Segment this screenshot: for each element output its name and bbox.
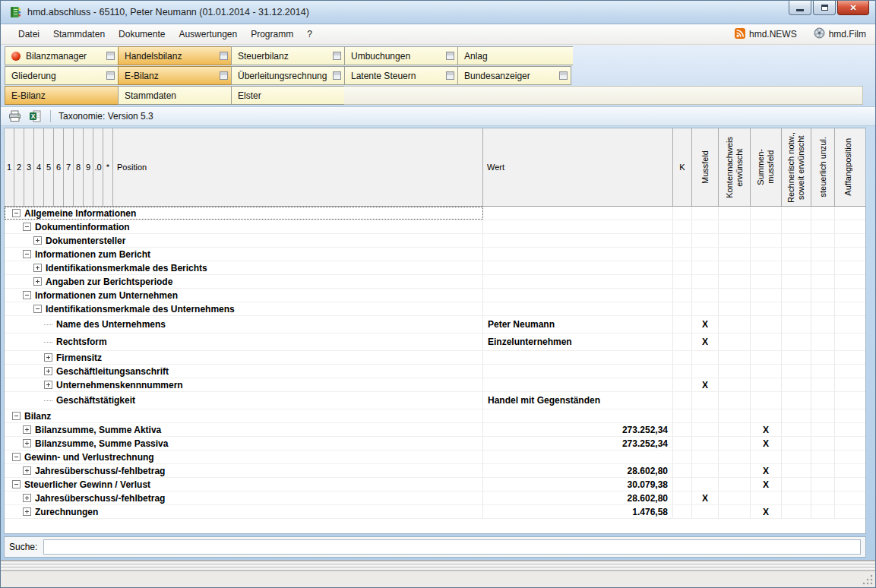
tab-umbuchungen[interactable]: Umbuchungen xyxy=(344,46,458,65)
detach-icon[interactable] xyxy=(333,71,341,80)
expand-icon[interactable] xyxy=(23,494,31,502)
wert-cell[interactable]: 28.602,80 xyxy=(483,492,673,504)
tab-bundesanzeiger[interactable]: Bundesanzeiger xyxy=(457,66,571,85)
wert-cell[interactable]: 28.602,80 xyxy=(483,464,673,477)
level-column-9[interactable]: 9 xyxy=(84,128,93,206)
level-column-4[interactable]: 4 xyxy=(34,128,44,206)
detach-icon[interactable] xyxy=(333,52,341,60)
wert-cell[interactable] xyxy=(483,289,673,302)
table-row[interactable]: Geschäftleitungsanschrift xyxy=(5,365,865,378)
tab-gliederung[interactable]: Gliederung xyxy=(5,66,119,85)
wert-cell[interactable] xyxy=(483,234,673,247)
table-row[interactable]: Name des UnternehmensPeter NeumannX xyxy=(5,316,865,334)
table-row[interactable]: Angaben zur Berichtsperiode xyxy=(5,275,865,289)
menu-item-auswertungen[interactable]: Auswertungen xyxy=(172,26,244,43)
table-row[interactable]: RechtsformEinzelunternehmenX xyxy=(5,334,865,351)
level-column-0[interactable]: .0 xyxy=(93,128,103,206)
restore-button[interactable] xyxy=(813,1,836,15)
splitter-handle[interactable] xyxy=(1,560,875,571)
wert-cell[interactable] xyxy=(483,302,673,315)
expand-icon[interactable] xyxy=(33,277,42,286)
wert-cell[interactable] xyxy=(483,275,673,288)
wert-cell[interactable]: 30.079,38 xyxy=(483,478,673,491)
expand-icon[interactable] xyxy=(33,236,42,245)
wert-cell[interactable] xyxy=(483,220,673,233)
level-column-8[interactable]: 8 xyxy=(74,128,84,206)
expand-icon[interactable] xyxy=(23,425,31,434)
menu-item-dokumente[interactable]: Dokumente xyxy=(112,26,172,43)
expand-icon[interactable] xyxy=(44,353,52,362)
table-row[interactable]: Informationen zum Unternehmen xyxy=(5,289,865,302)
detach-icon[interactable] xyxy=(446,71,454,80)
tab-stammdaten[interactable]: Stammdaten xyxy=(118,86,232,105)
level-column-1[interactable]: 1 xyxy=(5,128,14,206)
table-row[interactable]: Identifikationsmerkmale des Unternehmens xyxy=(5,302,865,316)
tab-elster[interactable]: Elster xyxy=(231,86,345,105)
wert-cell[interactable] xyxy=(483,248,673,261)
detach-icon[interactable] xyxy=(220,71,228,80)
level-column-2[interactable]: 2 xyxy=(14,128,24,206)
wert-cell[interactable] xyxy=(483,365,673,378)
level-column-help[interactable]: * xyxy=(103,128,113,206)
minimize-button[interactable] xyxy=(789,1,811,15)
search-input[interactable] xyxy=(43,539,861,555)
wert-cell[interactable]: Einzelunternehmen xyxy=(483,334,673,350)
table-row[interactable]: Jahresüberschuss/-fehlbetrag28.602,80X xyxy=(5,464,865,478)
detach-icon[interactable] xyxy=(220,52,228,60)
collapse-icon[interactable] xyxy=(23,223,31,231)
detach-icon[interactable] xyxy=(559,71,568,80)
menu-item-hmd-film[interactable]: hmd.Film xyxy=(812,25,868,43)
collapse-icon[interactable] xyxy=(12,480,21,488)
menu-item-help[interactable]: ? xyxy=(300,26,319,43)
expand-icon[interactable] xyxy=(23,439,31,447)
level-column-3[interactable]: 3 xyxy=(24,128,34,206)
wert-cell[interactable]: 273.252,34 xyxy=(483,423,673,436)
menu-item-hmd-news[interactable]: hmd.NEWS xyxy=(733,26,799,43)
menu-item-datei[interactable]: Datei xyxy=(11,26,46,43)
table-row[interactable]: Gewinn- und Verlustrechnung xyxy=(5,450,865,464)
expand-icon[interactable] xyxy=(33,264,42,272)
table-row[interactable]: Bilanzsumme, Summe Aktiva273.252,34X xyxy=(5,423,865,437)
table-row[interactable]: Allgemeine Informationen xyxy=(5,207,865,220)
wert-cell[interactable]: 1.476,58 xyxy=(483,505,673,518)
expand-icon[interactable] xyxy=(23,507,31,516)
collapse-icon[interactable] xyxy=(33,305,42,313)
expand-icon[interactable] xyxy=(23,466,31,475)
collapse-icon[interactable] xyxy=(12,209,21,217)
wert-cell[interactable]: Peter Neumann xyxy=(483,316,673,333)
level-column-7[interactable]: 7 xyxy=(64,128,74,206)
wert-cell[interactable] xyxy=(483,378,673,391)
excel-export-button[interactable]: X xyxy=(27,109,43,124)
table-row[interactable]: Informationen zum Bericht xyxy=(5,248,865,261)
table-row[interactable]: Bilanz xyxy=(5,409,865,423)
level-column-6[interactable]: 6 xyxy=(54,128,64,206)
table-row[interactable]: Bilanzsumme, Summe Passiva273.252,34X xyxy=(5,437,865,450)
wert-cell[interactable] xyxy=(483,351,673,364)
collapse-icon[interactable] xyxy=(12,453,21,461)
collapse-icon[interactable] xyxy=(12,412,21,420)
tab-handelsbilanz[interactable]: Handelsbilanz xyxy=(118,46,232,65)
wert-cell[interactable]: Handel mit Gegenständen xyxy=(483,392,673,409)
wert-cell[interactable] xyxy=(483,450,673,463)
menu-item-stammdaten[interactable]: Stammdaten xyxy=(46,26,112,43)
table-row[interactable]: Identifikationsmerkmale des Berichts xyxy=(5,261,865,275)
tab-steuerbilanz[interactable]: Steuerbilanz xyxy=(231,46,345,65)
table-row[interactable]: GeschäftstätigkeitHandel mit Gegenstände… xyxy=(5,392,865,409)
tab-e-bilanz[interactable]: E-Bilanz xyxy=(5,86,119,105)
table-row[interactable]: Zurechnungen1.476,58X xyxy=(5,505,865,519)
tab-bilanzmanager[interactable]: Bilanzmanager xyxy=(5,46,119,65)
resize-grip[interactable] xyxy=(862,574,873,585)
close-button[interactable]: ✕ xyxy=(837,1,869,15)
wert-cell[interactable] xyxy=(483,261,673,274)
print-button[interactable] xyxy=(7,109,22,124)
collapse-icon[interactable] xyxy=(23,291,31,299)
wert-cell[interactable]: 273.252,34 xyxy=(483,437,673,450)
table-row[interactable]: Jahresüberschuss/-fehlbetrag28.602,80X xyxy=(5,492,865,505)
table-row[interactable]: Firmensitz xyxy=(5,351,865,365)
wert-cell[interactable] xyxy=(483,409,673,422)
menu-item-programm[interactable]: Programm xyxy=(244,26,300,43)
table-row[interactable]: Steuerlicher Gewinn / Verlust30.079,38X xyxy=(5,478,865,492)
tab-anlag[interactable]: Anlag xyxy=(457,46,573,65)
tab-berleitungsrechnung[interactable]: Überleitungsrechnung xyxy=(231,66,345,85)
collapse-icon[interactable] xyxy=(23,250,31,258)
